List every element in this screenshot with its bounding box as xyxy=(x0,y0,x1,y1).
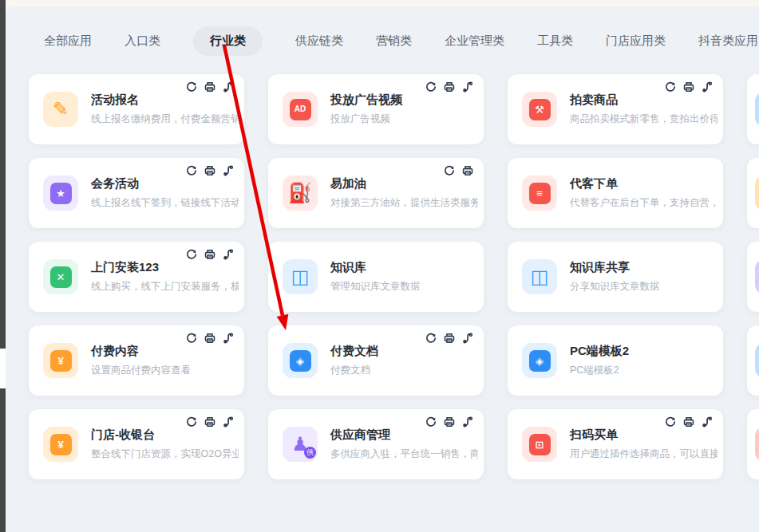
app-card-会务活动[interactable]: ★会务活动线上报名线下签到，链接线下活动。 xyxy=(29,158,244,228)
tab-6[interactable]: 企业管理类 xyxy=(445,33,504,49)
printer-icon[interactable] xyxy=(204,81,215,93)
tab-1[interactable]: 全部应用 xyxy=(44,33,92,49)
link-icon[interactable] xyxy=(223,165,234,176)
card-actions xyxy=(444,165,473,176)
app-description: 商品拍卖模式新零售，竞拍出价得... xyxy=(570,112,717,126)
app-name: 拍卖商品 xyxy=(570,93,717,108)
app-card-投放广告视频[interactable]: AD投放广告视频投放广告视频 xyxy=(268,74,484,144)
card-body: ¥门店-收银台整合线下门店资源，实现O2O异业... xyxy=(43,427,239,462)
supplier-badge: 供 xyxy=(304,447,316,459)
card-body: ⛽易加油对接第三方油站，提供生活类服务。 xyxy=(283,175,478,211)
app-icon-glyph: ★ xyxy=(50,183,72,204)
app-name: 投放广告视频 xyxy=(330,93,478,108)
app-card-门店-收银台[interactable]: ¥门店-收银台整合线下门店资源，实现O2O异业... xyxy=(29,409,244,479)
app-description: 分享知识库文章数据 xyxy=(570,280,717,294)
card-body: ◫知识库共享分享知识库文章数据 xyxy=(522,259,717,294)
sync-icon[interactable] xyxy=(425,416,437,428)
app-name: PC端模板2 xyxy=(570,344,717,359)
app-card-partial[interactable] xyxy=(747,74,759,144)
printer-icon[interactable] xyxy=(444,333,455,344)
tab-9[interactable]: 抖音类应用 xyxy=(698,33,758,49)
tab-7[interactable]: 工具类 xyxy=(537,33,573,49)
printer-icon[interactable] xyxy=(204,249,215,260)
link-icon[interactable] xyxy=(702,81,713,93)
tab-5[interactable]: 营销类 xyxy=(376,33,412,49)
app-card-供应商管理[interactable]: ♟供供应商管理多供应商入驻，平台统一销售，商... xyxy=(268,409,484,479)
card-actions xyxy=(186,165,234,176)
partial-app-icon xyxy=(755,259,759,294)
printer-icon[interactable] xyxy=(204,416,215,428)
link-icon[interactable] xyxy=(462,333,473,344)
app-card-PC端模板2[interactable]: ◈PC端模板2PC端模板2 xyxy=(508,325,723,396)
app-card-知识库共享[interactable]: ◫知识库共享分享知识库文章数据 xyxy=(508,242,723,312)
app-name: 扫码买单 xyxy=(570,428,717,443)
sync-icon[interactable] xyxy=(186,81,197,93)
printer-icon[interactable] xyxy=(204,333,215,344)
card-actions xyxy=(425,416,473,428)
ad-video-icon: AD xyxy=(283,92,318,127)
app-card-partial[interactable] xyxy=(747,325,759,396)
app-card-知识库[interactable]: ◫知识库管理知识库文章数据 xyxy=(268,242,484,312)
printer-icon[interactable] xyxy=(444,416,455,428)
sync-icon[interactable] xyxy=(425,81,437,93)
book-share-icon: ◫ xyxy=(522,259,557,294)
cube-doc-icon: ◈ xyxy=(283,343,318,378)
sync-icon[interactable] xyxy=(186,165,197,176)
printer-icon[interactable] xyxy=(444,81,455,93)
printer-icon[interactable] xyxy=(204,165,215,176)
app-card-partial[interactable] xyxy=(747,158,759,228)
app-card-上门安装123[interactable]: ✕上门安装123线上购买，线下上门安装服务，核... xyxy=(29,242,244,312)
app-card-易加油[interactable]: ⛽易加油对接第三方油站，提供生活类服务。 xyxy=(268,158,484,228)
sync-icon[interactable] xyxy=(425,333,437,344)
printer-icon[interactable] xyxy=(683,416,694,428)
card-body: ★会务活动线上报名线下签到，链接线下活动。 xyxy=(43,175,239,211)
app-description: 付费文档 xyxy=(330,364,478,377)
tab-4[interactable]: 供应链类 xyxy=(295,33,343,49)
sync-icon[interactable] xyxy=(186,249,197,260)
sync-icon[interactable] xyxy=(444,165,455,176)
app-card-代客下单[interactable]: ≡代客下单代替客户在后台下单，支持自营，... xyxy=(508,158,723,228)
app-card-grid: ✎活动报名线上报名缴纳费用，付费金额营销...AD投放广告视频投放广告视频⚒拍卖… xyxy=(29,74,759,479)
printer-icon[interactable] xyxy=(462,165,473,176)
app-name: 付费内容 xyxy=(91,344,239,359)
tab-3[interactable]: 行业类 xyxy=(193,26,263,56)
card-body: ¥付费内容设置商品付费内容查看 xyxy=(43,343,239,378)
app-card-partial[interactable] xyxy=(747,242,759,312)
partial-app-icon xyxy=(755,92,759,127)
app-description: 线上报名线下签到，链接线下活动。 xyxy=(91,196,239,210)
bookmark-star-icon: ★ xyxy=(43,175,78,211)
app-name: 知识库共享 xyxy=(570,260,717,275)
card-actions xyxy=(186,249,234,260)
tab-2[interactable]: 入口类 xyxy=(125,33,160,49)
app-card-partial[interactable] xyxy=(747,409,759,479)
link-icon[interactable] xyxy=(462,81,473,93)
sync-icon[interactable] xyxy=(186,416,197,428)
card-body: ◈PC端模板2PC端模板2 xyxy=(522,343,717,378)
link-icon[interactable] xyxy=(223,333,234,344)
app-name: 活动报名 xyxy=(91,93,239,108)
link-icon[interactable] xyxy=(702,416,713,428)
sync-icon[interactable] xyxy=(186,333,197,344)
tab-8[interactable]: 门店应用类 xyxy=(606,33,666,49)
partial-app-icon xyxy=(755,343,759,378)
app-card-扫码买单[interactable]: ⊡扫码买单用户通过插件选择商品，可以直接... xyxy=(508,409,723,479)
app-card-拍卖商品[interactable]: ⚒拍卖商品商品拍卖模式新零售，竞拍出价得... xyxy=(508,74,723,144)
link-icon[interactable] xyxy=(223,249,234,260)
app-card-付费内容[interactable]: ¥付费内容设置商品付费内容查看 xyxy=(29,325,244,396)
app-icon-glyph: ✎ xyxy=(53,100,69,119)
app-icon-glyph: ◈ xyxy=(290,350,311,372)
app-card-活动报名[interactable]: ✎活动报名线上报名缴纳费用，付费金额营销... xyxy=(29,74,244,144)
app-card-付费文档[interactable]: ◈付费文档付费文档 xyxy=(268,325,484,396)
app-name: 门店-收银台 xyxy=(91,428,239,443)
link-icon[interactable] xyxy=(223,81,234,93)
app-name: 会务活动 xyxy=(91,176,239,191)
card-actions xyxy=(425,81,473,93)
printer-icon[interactable] xyxy=(683,81,694,93)
app-name: 上门安装123 xyxy=(91,260,239,275)
app-description: 管理知识库文章数据 xyxy=(330,280,478,294)
link-icon[interactable] xyxy=(462,416,473,428)
sync-icon[interactable] xyxy=(665,416,676,428)
sync-icon[interactable] xyxy=(665,81,676,93)
app-name: 易加油 xyxy=(330,176,478,191)
link-icon[interactable] xyxy=(223,416,234,428)
